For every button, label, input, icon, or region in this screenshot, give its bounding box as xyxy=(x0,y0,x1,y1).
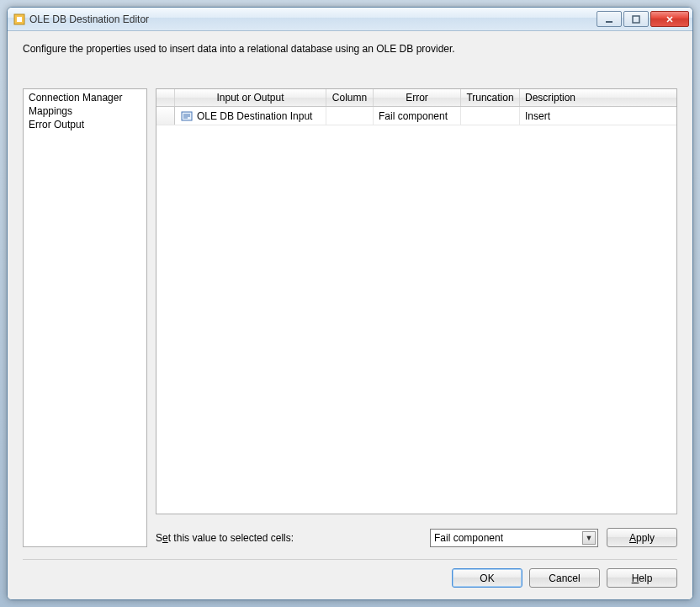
app-icon xyxy=(13,13,26,26)
client-area: Configure the properties used to insert … xyxy=(8,31,692,599)
dialog-window: OLE DB Destination Editor Configure the … xyxy=(7,7,693,600)
close-button[interactable] xyxy=(650,11,689,27)
grid-corner xyxy=(156,89,175,106)
grid-header-row: Input or Output Column Error Truncation … xyxy=(156,89,676,107)
main-layout: Connection Manager Mappings Error Output… xyxy=(23,88,677,547)
sidebar-item-error-output[interactable]: Error Output xyxy=(25,118,145,131)
window-controls xyxy=(595,11,689,27)
svg-rect-1 xyxy=(17,17,22,22)
ok-button[interactable]: OK xyxy=(452,568,522,588)
maximize-button[interactable] xyxy=(623,11,649,27)
input-node-icon xyxy=(180,109,194,123)
grid-header-column[interactable]: Column xyxy=(326,89,374,106)
grid-cell-truncation[interactable] xyxy=(461,107,520,125)
svg-rect-3 xyxy=(633,16,639,23)
window-title: OLE DB Destination Editor xyxy=(29,13,595,25)
set-value-label: Set this value to selected cells: xyxy=(156,532,422,544)
grid-header-error[interactable]: Error xyxy=(374,89,461,106)
grid-header-io[interactable]: Input or Output xyxy=(175,89,326,106)
combo-selected-text: Fail component xyxy=(434,532,503,544)
set-value-row: Set this value to selected cells: Fail c… xyxy=(156,528,677,547)
cancel-button[interactable]: Cancel xyxy=(529,568,600,588)
separator xyxy=(23,559,677,560)
category-sidebar[interactable]: Connection Manager Mappings Error Output xyxy=(23,88,147,547)
chevron-down-icon: ▼ xyxy=(582,531,596,545)
help-button[interactable]: Help xyxy=(607,568,677,588)
error-output-grid[interactable]: Input or Output Column Error Truncation … xyxy=(156,88,677,514)
grid-cell-io[interactable]: OLE DB Destination Input xyxy=(175,107,326,125)
apply-button[interactable]: Apply xyxy=(607,528,677,547)
grid-cell-column[interactable] xyxy=(326,107,374,125)
grid-row[interactable]: OLE DB Destination Input Fail component … xyxy=(156,107,676,125)
grid-header-description[interactable]: Description xyxy=(520,89,676,106)
minimize-button[interactable] xyxy=(597,11,622,27)
grid-row-header[interactable] xyxy=(156,107,175,125)
dialog-description: Configure the properties used to insert … xyxy=(23,43,677,55)
content-column: Input or Output Column Error Truncation … xyxy=(156,88,677,547)
svg-rect-2 xyxy=(606,21,612,23)
grid-cell-io-text: OLE DB Destination Input xyxy=(197,110,312,122)
sidebar-item-connection-manager[interactable]: Connection Manager xyxy=(25,91,145,104)
grid-cell-error[interactable]: Fail component xyxy=(374,107,461,125)
grid-cell-description[interactable]: Insert xyxy=(520,107,676,125)
sidebar-item-mappings[interactable]: Mappings xyxy=(25,104,145,118)
titlebar[interactable]: OLE DB Destination Editor xyxy=(8,8,692,31)
grid-header-truncation[interactable]: Truncation xyxy=(461,89,520,106)
set-value-combo[interactable]: Fail component ▼ xyxy=(430,529,598,547)
dialog-footer: OK Cancel Help xyxy=(23,568,677,588)
